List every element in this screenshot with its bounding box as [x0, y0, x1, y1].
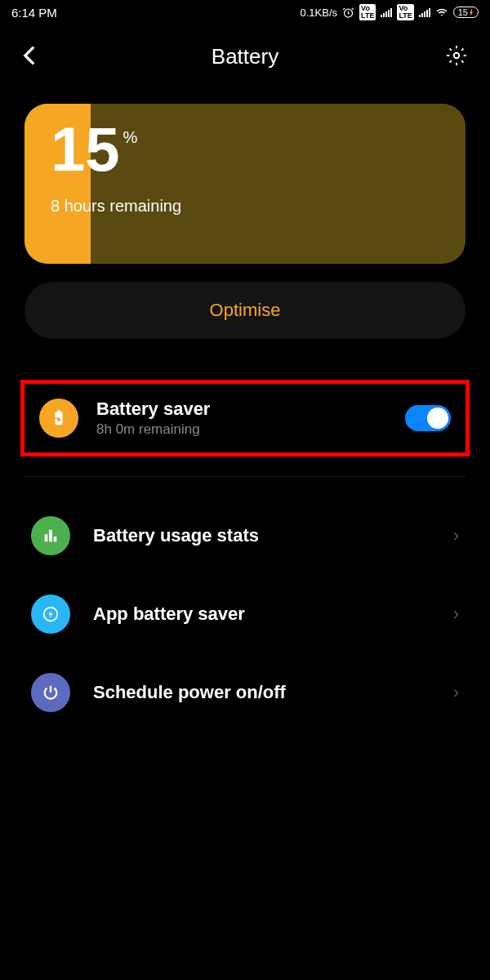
battery-saver-title: Battery saver [96, 399, 387, 420]
battery-saver-icon [39, 399, 78, 438]
power-icon [31, 673, 70, 712]
svg-rect-3 [57, 412, 60, 414]
svg-rect-4 [45, 534, 48, 541]
battery-level-card: 15% 8 hours remaining [24, 104, 466, 264]
schedule-power-row[interactable]: Schedule power on/off › [24, 653, 466, 732]
app-battery-saver-row[interactable]: App battery saver › [24, 575, 466, 653]
chevron-right-icon: › [453, 525, 459, 546]
battery-saver-toggle[interactable] [405, 405, 451, 431]
status-time: 6:14 PM [11, 6, 57, 20]
app-saver-icon [31, 595, 70, 634]
stats-icon [31, 516, 70, 555]
battery-remaining: 8 hours remaining [51, 197, 439, 216]
battery-saver-text: Battery saver 8h 0m remaining [96, 399, 387, 438]
alarm-icon [342, 7, 354, 19]
wifi-icon [435, 7, 448, 18]
settings-list: Battery usage stats › App battery saver … [24, 497, 466, 732]
page-title: Battery [212, 44, 278, 69]
volte-icon-1: VoLTE [359, 4, 376, 20]
settings-button[interactable] [443, 45, 467, 69]
status-data-rate: 0.1KB/s [301, 7, 338, 19]
optimise-label: Optimise [210, 300, 281, 321]
divider [24, 476, 466, 477]
status-right: 0.1KB/s VoLTE VoLTE 15 [301, 4, 479, 20]
chevron-left-icon [23, 45, 36, 66]
battery-saver-subtitle: 8h 0m remaining [96, 421, 387, 438]
status-battery-icon: 15 [453, 7, 479, 18]
stats-label: Battery usage stats [93, 525, 430, 546]
toggle-knob [427, 408, 448, 429]
battery-saver-highlight: Battery saver 8h 0m remaining [20, 380, 470, 457]
app-saver-label: App battery saver [93, 604, 430, 625]
schedule-label: Schedule power on/off [93, 682, 430, 703]
signal-icon-2 [419, 7, 430, 17]
gear-icon [446, 45, 467, 66]
battery-saver-row[interactable]: Battery saver 8h 0m remaining [34, 399, 456, 438]
svg-point-1 [454, 52, 460, 58]
battery-usage-stats-row[interactable]: Battery usage stats › [24, 497, 466, 575]
optimise-button[interactable]: Optimise [24, 282, 466, 339]
percent-symbol: % [123, 128, 138, 146]
status-bar: 6:14 PM 0.1KB/s VoLTE VoLTE 15 [0, 0, 490, 24]
chevron-right-icon: › [453, 682, 459, 703]
svg-rect-6 [54, 537, 57, 541]
header: Battery [0, 24, 490, 96]
signal-icon-1 [381, 7, 392, 17]
svg-rect-5 [49, 530, 52, 542]
chevron-right-icon: › [453, 604, 459, 625]
back-button[interactable] [23, 45, 47, 69]
volte-icon-2: VoLTE [397, 4, 413, 20]
battery-percentage: 15 [51, 118, 120, 180]
